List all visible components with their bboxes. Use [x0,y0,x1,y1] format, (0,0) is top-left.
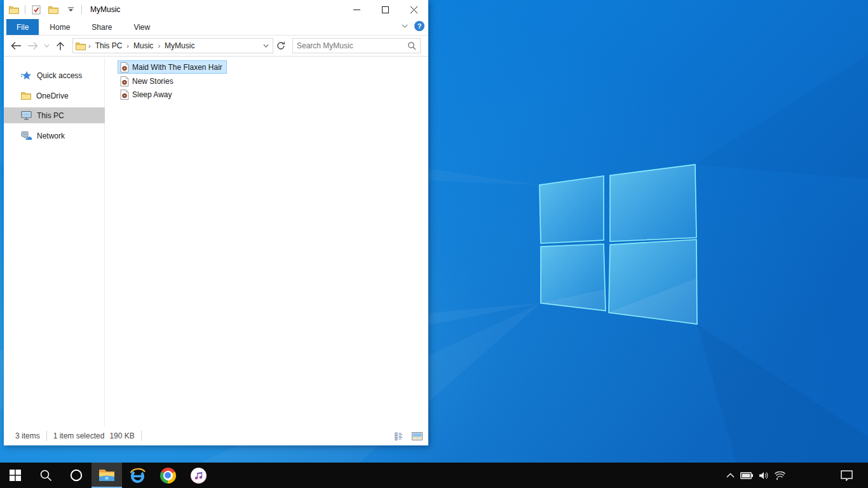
window-title: MyMusic [90,5,120,14]
breadcrumb: › This PC › Music › MyMusic [88,41,261,50]
file-name: Sleep Away [132,90,172,99]
audio-file-icon [120,62,129,72]
cortana-button[interactable] [61,463,92,488]
toolbar-separator [81,5,82,14]
address-bar[interactable]: › This PC › Music › MyMusic [72,38,273,53]
navigation-toolbar: › This PC › Music › MyMusic [4,36,428,57]
view-switcher [393,426,423,445]
navigation-pane: Quick access OneDrive This PC Network [4,57,105,426]
action-center-icon [841,470,853,481]
sidebar-item-network[interactable]: Network [4,128,105,144]
audio-file-icon [120,76,129,86]
status-separator [46,431,47,441]
file-name: New Stories [132,77,173,86]
itunes-button[interactable] [183,463,214,488]
tab-view[interactable]: View [123,19,161,35]
file-row-new-stories[interactable]: New Stories [118,74,178,88]
refresh-button[interactable] [273,38,288,53]
ribbon-tab-bar: File Home Share View [4,19,428,36]
close-button[interactable] [400,0,428,19]
windows-start-icon [10,470,21,481]
onedrive-folder-icon [21,92,31,100]
forward-button[interactable] [24,37,41,54]
toolbar-separator [25,5,25,14]
action-center-button[interactable] [834,463,859,488]
address-dropdown-chevron[interactable] [263,44,270,48]
file-explorer-window: MyMusic File Home Share View ? [4,0,428,445]
back-button[interactable] [8,37,24,54]
search-box [292,38,421,53]
search-input[interactable] [297,41,407,50]
properties-icon[interactable] [30,3,43,17]
new-folder-icon[interactable] [47,3,60,17]
recent-locations-chevron[interactable] [41,37,52,54]
minimize-button[interactable] [342,0,371,19]
location-folder-icon [76,42,86,50]
breadcrumb-separator: › [88,42,91,50]
quick-access-toolbar: MyMusic [4,0,120,19]
customize-quick-access-chevron[interactable] [64,3,77,17]
wifi-icon[interactable] [775,471,785,480]
file-explorer-icon [98,468,115,482]
internet-explorer-button[interactable] [122,463,153,488]
chrome-icon [160,468,176,484]
help-button[interactable]: ? [414,21,424,31]
status-separator [141,431,142,441]
breadcrumb-separator: › [158,42,160,50]
sidebar-item-label: OneDrive [36,92,69,100]
maximize-button[interactable] [371,0,400,19]
start-button[interactable] [0,463,31,488]
breadcrumb-separator: › [126,42,129,50]
status-selected-size: 190 KB [109,431,134,440]
explorer-folder-icon[interactable] [8,3,20,17]
up-button[interactable] [52,37,69,54]
volume-icon[interactable] [759,471,769,480]
sidebar-item-quick-access[interactable]: Quick access [4,67,105,83]
network-icon [21,131,32,140]
breadcrumb-this-pc[interactable]: This PC [95,41,123,50]
chrome-button[interactable] [153,463,183,488]
tab-home[interactable]: Home [39,19,81,35]
battery-icon[interactable] [740,472,753,479]
audio-file-icon [120,90,129,100]
status-bar: 3 items 1 item selected 190 KB [4,426,428,445]
itunes-icon [191,468,207,484]
tab-share[interactable]: Share [81,19,123,35]
breadcrumb-mymusic[interactable]: MyMusic [165,41,194,50]
large-thumbnails-view-button[interactable] [410,430,423,442]
status-selected-count: 1 item selected [53,431,105,440]
sidebar-item-this-pc[interactable]: This PC [4,107,105,123]
status-items-count: 3 items [15,431,40,440]
window-controls [342,0,428,19]
tab-file[interactable]: File [6,19,39,35]
cortana-icon [70,469,83,482]
quick-access-star-icon [21,71,32,81]
search-icon[interactable] [407,41,416,50]
details-view-button[interactable] [393,430,405,442]
sidebar-item-label: This PC [37,111,64,120]
taskbar [0,463,868,488]
hidden-icons-chevron[interactable] [726,473,735,478]
system-tray [726,463,785,488]
sidebar-item-label: Quick access [37,71,82,80]
breadcrumb-music[interactable]: Music [133,41,153,50]
search-icon [39,469,52,482]
internet-explorer-icon [129,467,146,484]
taskbar-file-explorer-button[interactable] [92,463,122,488]
sidebar-item-label: Network [37,132,65,140]
taskbar-search-button[interactable] [31,463,61,488]
this-pc-icon [21,111,32,120]
file-name: Maid With The Flaxen Hair [132,63,222,72]
title-bar: MyMusic [4,0,428,19]
ribbon-right-controls: ? [402,21,424,31]
sidebar-item-onedrive[interactable]: OneDrive [4,88,105,104]
file-row-maid-with-the-flaxen-hair[interactable]: Maid With The Flaxen Hair [118,60,227,74]
expand-ribbon-chevron-icon[interactable] [402,24,408,28]
file-row-sleep-away[interactable]: Sleep Away [118,88,177,101]
